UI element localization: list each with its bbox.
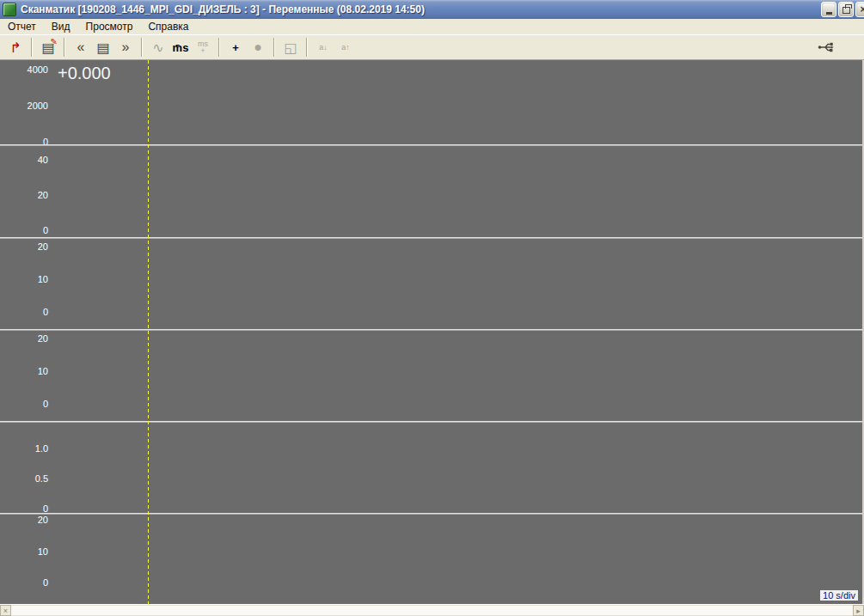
panel-separator	[0, 144, 862, 146]
y-axis-labels: 20100	[0, 513, 54, 605]
channel-row-6: 20100	[0, 513, 862, 605]
y-axis-labels: 20100	[0, 329, 54, 421]
scrollbar-track[interactable]	[11, 605, 853, 616]
tick-label: 0	[43, 225, 48, 235]
tick-label: 10	[38, 274, 48, 284]
menu-bar: ОтчетВидПросмотрСправка	[0, 19, 864, 34]
tick-label: 20	[38, 515, 48, 525]
exit-button[interactable]: ↱	[4, 37, 27, 58]
ms-scale-button[interactable]: m̄s	[169, 37, 192, 58]
toolbar: ↱▤✎«▤»∿m̄sms ++●◱a↓a↑	[0, 34, 864, 60]
prev-page-button[interactable]: «	[70, 37, 92, 58]
scrollbar-left-button[interactable]: ×	[0, 605, 11, 616]
toolbar-separator	[218, 38, 220, 57]
tick-label: 4000	[28, 64, 48, 75]
usb-connection-icon[interactable]	[818, 40, 835, 54]
scrollbar-right-arrow[interactable]: ▸	[853, 605, 864, 616]
window-title: Сканматик [190208_1446_MPI_GDI_ДИЗЕЛЬ : …	[21, 3, 425, 15]
tick-label: 20	[38, 333, 48, 344]
tick-label: 40	[38, 155, 48, 165]
scale-window-button[interactable]: ◱	[279, 37, 302, 58]
chart-stack: 4000200004020020100201001.00.5020100+0.0…	[0, 60, 864, 605]
report-button[interactable]: ▤✎	[37, 37, 59, 58]
toolbar-separator	[273, 38, 275, 57]
toolbar-separator	[141, 38, 143, 57]
page-list-button[interactable]: ▤	[92, 37, 114, 58]
tick-label: 0	[43, 399, 48, 409]
y-axis-labels: 40200	[0, 144, 54, 237]
horizontal-scrollbar: × ▸	[0, 604, 864, 616]
channel-row-4: 20100	[0, 329, 862, 421]
y-axis-labels: 20100	[0, 237, 54, 329]
record-button[interactable]: ●	[247, 37, 269, 58]
window-controls: ×	[821, 2, 864, 17]
minimize-button[interactable]	[821, 2, 836, 17]
tick-label: 0	[43, 577, 48, 588]
channel-row-5: 1.00.50	[0, 421, 862, 513]
tick-label: 10	[38, 366, 48, 376]
cursor-offset-label: +0.000	[58, 64, 111, 83]
y-axis-labels: 1.00.50	[0, 421, 54, 513]
next-page-button[interactable]: »	[114, 37, 137, 58]
toolbar-separator	[31, 38, 33, 57]
ms-plus-button[interactable]: ms +	[192, 37, 214, 58]
tick-label: 10	[38, 546, 48, 557]
panel-separator	[0, 513, 862, 515]
wave-mode-button[interactable]: ∿	[147, 37, 169, 58]
y-axis-labels: 400020000	[0, 60, 54, 144]
edit-pencil-icon: ✎	[51, 37, 58, 46]
tick-label: 20	[38, 190, 48, 200]
menu-item-отчет[interactable]: Отчет	[0, 20, 44, 34]
restore-button[interactable]	[838, 2, 854, 17]
channel-row-3: 20100	[0, 237, 862, 329]
channel-row-2: 40200	[0, 144, 862, 237]
panel-separator	[0, 329, 862, 331]
menu-item-вид[interactable]: Вид	[44, 20, 78, 34]
title-bar[interactable]: Сканматик [190208_1446_MPI_GDI_ДИЗЕЛЬ : …	[0, 0, 864, 19]
channel-row-1: 400020000	[0, 60, 862, 144]
app-window: Сканматик [190208_1446_MPI_GDI_ДИЗЕЛЬ : …	[0, 0, 864, 616]
toolbar-separator	[64, 38, 65, 57]
tick-label: 2000	[28, 101, 48, 111]
sort-up-button[interactable]: a↑	[334, 37, 357, 58]
tick-label: 0.5	[35, 473, 48, 484]
minimize-icon	[826, 12, 832, 15]
restore-icon	[843, 7, 850, 14]
toolbar-separator	[306, 38, 308, 57]
marker-button[interactable]: +	[224, 37, 247, 58]
time-cursor-line[interactable]	[148, 60, 149, 605]
menu-item-справка[interactable]: Справка	[140, 20, 196, 34]
panel-separator	[0, 421, 862, 423]
close-button[interactable]: ×	[855, 2, 864, 17]
time-per-div-badge: 10 s/div	[820, 590, 858, 601]
tick-label: 20	[38, 241, 48, 252]
tick-label: 0	[43, 307, 48, 317]
panel-separator	[0, 237, 862, 239]
menu-item-просмотр[interactable]: Просмотр	[78, 20, 141, 34]
app-icon	[3, 3, 16, 16]
sort-down-button[interactable]: a↓	[312, 37, 334, 58]
tick-label: 1.0	[35, 443, 48, 454]
